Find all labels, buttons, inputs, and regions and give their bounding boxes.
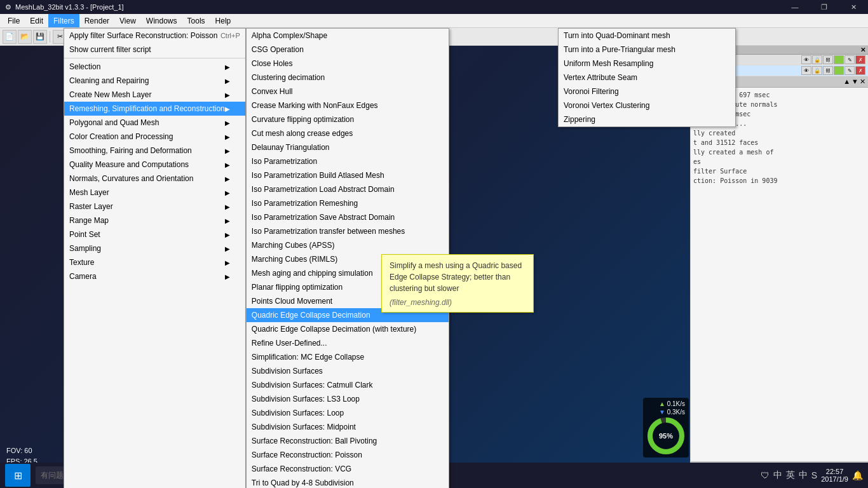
performance-meter: ▲ 0.1K/s ▼ 0.3K/s 95% xyxy=(643,398,689,458)
menu-windows[interactable]: Windows xyxy=(141,14,182,27)
ime-icon[interactable]: 中 xyxy=(799,470,808,481)
menu-filters[interactable]: Filters xyxy=(48,14,79,27)
remesh-item-26[interactable]: Subdivision Surfaces: LS3 Loop xyxy=(247,392,449,406)
remesh-item-1[interactable]: CSG Operation xyxy=(247,43,449,57)
right-menu-item-6[interactable]: Zippering xyxy=(559,112,735,126)
remesh-item-25[interactable]: Subdivision Surfaces: Catmull Clark xyxy=(247,378,449,392)
layer-header-close[interactable]: ✕ xyxy=(860,46,865,53)
remesh-item-9[interactable]: Iso Parametrization xyxy=(247,154,449,168)
log-entry-4: lly created xyxy=(693,128,865,138)
menu-tools[interactable]: Tools xyxy=(182,14,210,27)
menu-quality[interactable]: Quality Measure and Computations ▶ xyxy=(64,158,245,172)
notification-icon[interactable]: 🔔 xyxy=(852,470,863,480)
remesh-item-7[interactable]: Cut mesh along crease edges xyxy=(247,126,449,140)
maximize-button[interactable]: ❐ xyxy=(810,0,839,14)
menu-point-set[interactable]: Point Set ▶ xyxy=(64,227,245,241)
menu-range-map[interactable]: Range Map ▶ xyxy=(64,214,245,227)
save-button[interactable]: 💾 xyxy=(33,30,47,44)
layer-link-2[interactable]: ⛓ xyxy=(823,66,833,75)
right-menu-item-3[interactable]: Vertex Attribute Seam xyxy=(559,71,735,85)
right-menu-item-2[interactable]: Uniform Mesh Resampling xyxy=(559,57,735,71)
remesh-item-29[interactable]: Surface Reconstruction: Ball Pivoting xyxy=(247,434,449,448)
remesh-item-13[interactable]: Iso Parametrization Save Abstract Domain xyxy=(247,210,449,224)
layer-del-2[interactable]: ✗ xyxy=(855,66,865,75)
security-icon[interactable]: 🛡 xyxy=(761,470,770,480)
remesh-item-0[interactable]: Alpha Complex/Shape xyxy=(247,29,449,43)
close-button[interactable]: ✕ xyxy=(839,0,868,14)
menu-mesh-layer[interactable]: Mesh Layer ▶ xyxy=(64,186,245,200)
menu-camera[interactable]: Camera ▶ xyxy=(64,269,245,283)
layer-link-1[interactable]: ⛓ xyxy=(823,55,833,64)
log-up-btn[interactable]: ▲ xyxy=(843,78,850,86)
remesh-item-28[interactable]: Subdivision Surfaces: Midpoint xyxy=(247,420,449,434)
remesh-item-11[interactable]: Iso Parametrization Load Abstract Domain xyxy=(247,182,449,196)
open-button[interactable]: 📂 xyxy=(18,30,32,44)
menu-remeshing[interactable]: Remeshing, Simplification and Reconstruc… xyxy=(64,102,245,116)
remesh-item-32[interactable]: Tri to Quad by 4-8 Subdivision xyxy=(247,476,449,488)
remesh-item-6[interactable]: Curvature flipping optimization xyxy=(247,112,449,126)
menu-help[interactable]: Help xyxy=(210,14,236,27)
right-menu-item-5[interactable]: Voronoi Vertex Clustering xyxy=(559,98,735,112)
menu-smoothing[interactable]: Smoothing, Fairing and Deformation ▶ xyxy=(64,144,245,158)
remesh-item-22[interactable]: Refine User-Defined... xyxy=(247,336,449,350)
remesh-item-8[interactable]: Delaunay Triangulation xyxy=(247,140,449,154)
layer-vis-2[interactable]: 👁 xyxy=(801,66,811,75)
menu-normals[interactable]: Normals, Curvatures and Orientation ▶ xyxy=(64,172,245,186)
apply-filter-shortcut: Ctrl+P xyxy=(220,32,240,39)
remesh-item-27[interactable]: Subdivision Surfaces: Loop xyxy=(247,406,449,420)
layer-lock-2[interactable]: 🔒 xyxy=(812,66,822,75)
title-bar: ⚙ MeshLab_32bit v1.3.3 - [Project_1] — ❐… xyxy=(0,0,868,14)
menu-cleaning[interactable]: Cleaning and Repairing ▶ xyxy=(64,74,245,88)
right-menu-item-4[interactable]: Voronoi Filtering xyxy=(559,85,735,98)
menu-polygonal[interactable]: Polygonal and Quad Mesh ▶ xyxy=(64,116,245,130)
lang-icon-1[interactable]: 中 xyxy=(773,470,782,481)
remesh-item-21[interactable]: Quadric Edge Collapse Decimation (with t… xyxy=(247,322,449,336)
start-button[interactable]: ⊞ xyxy=(5,464,31,487)
arrow-icon: ▶ xyxy=(225,273,230,280)
menu-raster-layer[interactable]: Raster Layer ▶ xyxy=(64,200,245,214)
log-close-btn[interactable]: ✕ xyxy=(860,78,865,86)
menu-create-mesh[interactable]: Create New Mesh Layer ▶ xyxy=(64,88,245,102)
remesh-item-15[interactable]: Marching Cubes (APSS) xyxy=(247,238,449,252)
remesh-item-31[interactable]: Surface Reconstruction: VCG xyxy=(247,462,449,476)
app-icon: ⚙ xyxy=(5,3,11,11)
layer-color-1[interactable] xyxy=(834,55,844,64)
new-button[interactable]: 📄 xyxy=(3,30,17,44)
show-filter-script-item[interactable]: Show current filter script xyxy=(64,43,245,57)
right-menu-item-0[interactable]: Turn into Quad-Dominant mesh xyxy=(559,29,735,43)
remesh-item-30[interactable]: Surface Reconstruction: Poisson xyxy=(247,448,449,462)
apply-filter-item[interactable]: Apply filter Surface Reconstruction: Poi… xyxy=(64,29,245,43)
antivirus-icon[interactable]: S xyxy=(811,470,817,480)
layer-vis-1[interactable]: 👁 xyxy=(801,55,811,64)
remesh-item-10[interactable]: Iso Parametrization Build Atlased Mesh xyxy=(247,168,449,182)
remesh-item-5[interactable]: Crease Marking with NonFaux Edges xyxy=(247,98,449,112)
menu-view[interactable]: View xyxy=(114,14,141,27)
menu-selection[interactable]: Selection ▶ xyxy=(64,60,245,74)
layer-edit-2[interactable]: ✎ xyxy=(844,66,855,75)
remesh-item-14[interactable]: Iso Parametrization transfer between mes… xyxy=(247,224,449,238)
minimize-button[interactable]: — xyxy=(780,0,810,14)
log-down-btn[interactable]: ▼ xyxy=(851,78,858,86)
arrow-icon: ▶ xyxy=(225,92,230,98)
arrow-icon: ▶ xyxy=(225,147,230,154)
layer-edit-1[interactable]: ✎ xyxy=(844,55,855,64)
layer-lock-1[interactable]: 🔒 xyxy=(812,55,822,64)
lang-icon-2[interactable]: 英 xyxy=(786,470,795,481)
remesh-item-3[interactable]: Clustering decimation xyxy=(247,71,449,85)
menu-render[interactable]: Render xyxy=(79,14,114,27)
menu-color[interactable]: Color Creation and Processing ▶ xyxy=(64,130,245,144)
menu-texture[interactable]: Texture ▶ xyxy=(64,255,245,269)
remesh-item-12[interactable]: Iso Parametrization Remeshing xyxy=(247,196,449,210)
remesh-item-4[interactable]: Convex Hull xyxy=(247,85,449,98)
arrow-icon: ▶ xyxy=(225,189,230,196)
menu-sampling[interactable]: Sampling ▶ xyxy=(64,241,245,255)
remesh-item-2[interactable]: Close Holes xyxy=(247,57,449,71)
layer-color-2[interactable] xyxy=(834,66,844,75)
layer-del-1[interactable]: ✗ xyxy=(855,55,865,64)
remesh-item-24[interactable]: Subdivision Surfaces xyxy=(247,364,449,378)
right-menu-item-1[interactable]: Turn into a Pure-Triangular mesh xyxy=(559,43,735,57)
menu-file[interactable]: File xyxy=(3,14,25,27)
system-tray: 🛡 中 英 中 S 22:57 2017/1/9 🔔 xyxy=(761,468,863,483)
remesh-item-23[interactable]: Simplification: MC Edge Collapse xyxy=(247,350,449,364)
menu-edit[interactable]: Edit xyxy=(25,14,48,27)
